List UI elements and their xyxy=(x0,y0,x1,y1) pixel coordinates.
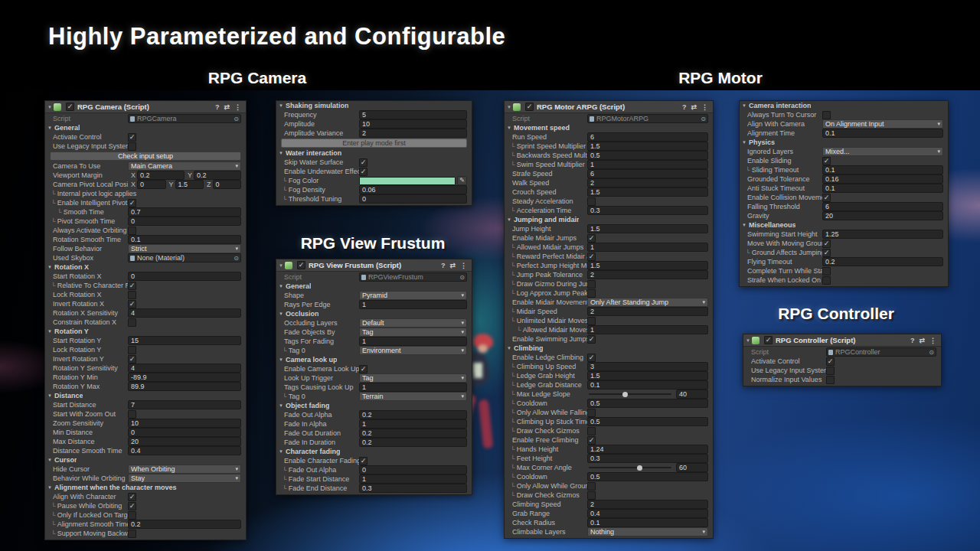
foldout-arrow-icon[interactable]: ▼ xyxy=(45,393,54,398)
text-field[interactable]: 0 xyxy=(359,465,467,474)
object-field[interactable]: RPGCamera⊙ xyxy=(128,114,241,123)
foldout-arrow-icon[interactable]: ▼ xyxy=(745,338,752,343)
foldout-arrow-icon[interactable]: ▼ xyxy=(45,485,54,490)
foldout-arrow-icon[interactable]: ▼ xyxy=(278,263,285,268)
menu-icon[interactable]: ⋮ xyxy=(234,103,241,111)
dropdown[interactable]: Terrain▾ xyxy=(359,392,467,401)
help-icon[interactable]: ? xyxy=(441,262,446,269)
object-picker-icon[interactable]: ⊙ xyxy=(234,116,239,122)
text-field[interactable]: 10 xyxy=(359,119,467,129)
text-field[interactable]: 0.2 xyxy=(822,257,943,266)
help-icon[interactable]: ? xyxy=(215,103,220,111)
text-field[interactable]: 0.5 xyxy=(587,417,708,426)
text-field[interactable]: 0.1 xyxy=(587,518,708,527)
text-field[interactable]: 0 xyxy=(128,217,241,226)
foldout-arrow-icon[interactable]: ▼ xyxy=(505,346,514,350)
help-icon[interactable]: ? xyxy=(682,103,687,111)
checkbox[interactable]: ✓ xyxy=(128,282,136,290)
foldout-arrow-icon[interactable]: ▼ xyxy=(740,223,749,227)
checkbox[interactable]: ✓ xyxy=(359,457,368,465)
dropdown[interactable]: Main Camera▾ xyxy=(128,161,241,171)
slider-handle[interactable] xyxy=(622,392,628,397)
foldout-arrow-icon[interactable]: ▼ xyxy=(45,329,54,334)
text-field[interactable]: 20 xyxy=(822,211,943,220)
component-enabled-checkbox[interactable]: ✓ xyxy=(297,261,305,269)
text-field[interactable]: 0.5 xyxy=(587,399,708,408)
checkbox[interactable]: ✓ xyxy=(822,249,831,257)
component-enabled-checkbox[interactable]: ✓ xyxy=(66,103,74,111)
object-field[interactable]: RPGMotorARPG⊙ xyxy=(587,114,708,123)
checkbox[interactable]: ✓ xyxy=(128,502,136,510)
checkbox[interactable]: ✓ xyxy=(587,335,596,344)
checkbox[interactable] xyxy=(128,410,136,419)
checkbox[interactable] xyxy=(822,111,831,119)
text-field[interactable]: 0 xyxy=(128,272,241,281)
checkbox[interactable]: ✓ xyxy=(587,253,596,261)
checkbox[interactable] xyxy=(128,346,136,354)
checkbox[interactable]: ✓ xyxy=(128,199,136,207)
text-field[interactable]: 0 xyxy=(359,194,467,204)
checkbox[interactable] xyxy=(587,280,596,289)
text-field[interactable]: 6 xyxy=(587,169,708,178)
axis-field[interactable]: 0.2 xyxy=(137,171,185,180)
dropdown[interactable]: Default▾ xyxy=(359,318,467,328)
slider-value-field[interactable]: 60 xyxy=(676,463,708,472)
checkbox[interactable]: ✓ xyxy=(587,436,596,445)
foldout-arrow-icon[interactable]: ▼ xyxy=(45,458,54,462)
object-field[interactable]: RPGViewFrustum⊙ xyxy=(359,272,467,282)
object-field[interactable]: None (Material)⊙ xyxy=(128,253,241,262)
slider-value-field[interactable]: 40 xyxy=(676,390,708,399)
text-field[interactable]: 0.5 xyxy=(587,472,708,481)
checkbox[interactable]: ✓ xyxy=(822,194,831,202)
text-field[interactable]: 1.5 xyxy=(587,371,708,380)
object-picker-icon[interactable]: ⊙ xyxy=(234,255,239,262)
checkbox[interactable]: ✓ xyxy=(128,300,136,308)
text-field[interactable]: 1.5 xyxy=(587,224,708,233)
action-button[interactable]: Enter play mode first xyxy=(281,139,467,148)
axis-field[interactable]: 0.2 xyxy=(194,171,241,180)
checkbox[interactable] xyxy=(822,276,831,285)
checkbox[interactable]: ✓ xyxy=(822,157,831,165)
foldout-arrow-icon[interactable]: ▼ xyxy=(505,217,514,222)
text-field[interactable]: 20 xyxy=(128,437,241,446)
axis-field[interactable]: 0 xyxy=(213,180,241,189)
text-field[interactable]: 0.1 xyxy=(587,380,708,390)
dropdown[interactable]: Mixed...▾ xyxy=(822,147,943,156)
dropdown[interactable]: Pyramid▾ xyxy=(359,291,467,300)
checkbox[interactable] xyxy=(587,409,596,417)
color-swatch[interactable] xyxy=(359,177,456,185)
foldout-arrow-icon[interactable]: ▼ xyxy=(505,126,514,130)
checkbox[interactable] xyxy=(826,376,835,384)
text-field[interactable]: 0.2 xyxy=(359,438,467,447)
dropdown[interactable]: Stay▾ xyxy=(128,474,241,483)
text-field[interactable]: 2 xyxy=(587,270,708,279)
text-field[interactable]: 1.25 xyxy=(822,230,943,239)
component-enabled-checkbox[interactable]: ✓ xyxy=(764,336,773,344)
checkbox[interactable] xyxy=(128,511,136,520)
text-field[interactable]: 4 xyxy=(128,364,241,373)
menu-icon[interactable]: ⋮ xyxy=(701,103,708,111)
checkbox[interactable] xyxy=(587,427,596,435)
text-field[interactable]: 4 xyxy=(128,308,241,318)
menu-icon[interactable]: ⋮ xyxy=(929,337,936,344)
foldout-arrow-icon[interactable]: ▼ xyxy=(47,105,54,109)
dropdown[interactable]: Nothing▾ xyxy=(587,527,708,536)
checkbox[interactable] xyxy=(826,367,835,375)
dropdown[interactable]: Only After Standing Jump▾ xyxy=(587,298,708,307)
axis-field[interactable]: 0 xyxy=(137,180,165,189)
text-field[interactable]: 0.1 xyxy=(822,165,943,174)
checkbox[interactable]: ✓ xyxy=(359,365,368,373)
text-field[interactable]: 1 xyxy=(359,337,467,346)
dropdown[interactable]: When Orbiting▾ xyxy=(128,465,241,474)
text-field[interactable]: 1.5 xyxy=(587,187,708,197)
text-field[interactable]: 0.1 xyxy=(822,129,943,138)
object-picker-icon[interactable]: ⊙ xyxy=(459,274,465,281)
text-field[interactable]: 1 xyxy=(359,300,467,309)
checkbox[interactable] xyxy=(587,289,596,298)
text-field[interactable]: 15 xyxy=(128,336,241,345)
text-field[interactable]: 1 xyxy=(587,325,708,334)
text-field[interactable]: 2 xyxy=(587,178,708,187)
text-field[interactable]: 6 xyxy=(822,202,943,211)
text-field[interactable]: 1.5 xyxy=(587,261,708,270)
text-field[interactable]: 2 xyxy=(587,500,708,509)
